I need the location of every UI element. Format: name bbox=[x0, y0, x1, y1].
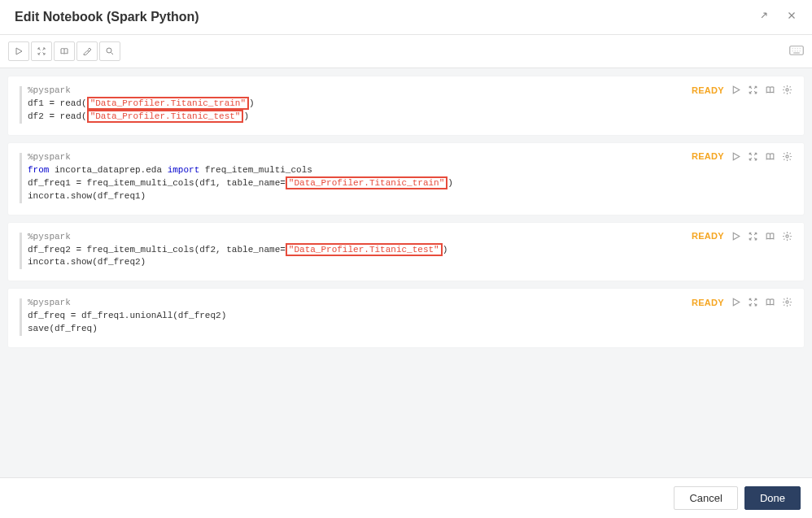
svg-rect-2 bbox=[790, 46, 804, 55]
gear-icon[interactable] bbox=[782, 231, 792, 242]
code-content[interactable]: %pyspark from incorta_dataprep.eda impor… bbox=[28, 151, 792, 203]
modal-header: Edit Notebook (Spark Python) bbox=[0, 0, 812, 35]
code-text: df2 = read( bbox=[28, 111, 87, 121]
svg-point-6 bbox=[786, 155, 788, 158]
code-text: df1 = read( bbox=[28, 98, 87, 108]
code-content[interactable]: %pyspark df_freq = df_freq1.unionAll(df_… bbox=[28, 297, 792, 336]
close-icon[interactable] bbox=[786, 10, 797, 24]
toolbar-right bbox=[789, 44, 804, 59]
code-text: ) bbox=[249, 98, 255, 108]
cell-indicator bbox=[20, 233, 22, 270]
status-ready: READY bbox=[692, 151, 724, 161]
modal-title: Edit Notebook (Spark Python) bbox=[15, 10, 199, 24]
highlighted-ref: "Data_Profiler.Titanic_train" bbox=[286, 176, 447, 189]
code-text: df_freq2 = freq_item_multi_cols(df2, tab… bbox=[28, 245, 286, 255]
cancel-button[interactable]: Cancel bbox=[674, 486, 737, 510]
highlighted-ref: "Data_Profiler.Titanic_train" bbox=[87, 97, 249, 110]
svg-marker-9 bbox=[733, 299, 740, 307]
cell-status-bar: READY bbox=[692, 151, 792, 162]
code-text: ) bbox=[243, 111, 249, 121]
header-actions bbox=[758, 10, 797, 24]
gear-icon[interactable] bbox=[782, 297, 792, 307]
cell-indicator bbox=[20, 153, 22, 203]
code-cell[interactable]: READY %pyspark df1 = read("Data_Profiler… bbox=[8, 76, 804, 135]
code-cell[interactable]: READY %pyspark df_freq2 = freq_item_mult… bbox=[8, 223, 804, 281]
svg-point-8 bbox=[786, 234, 788, 237]
book-icon[interactable] bbox=[765, 231, 775, 242]
code-content[interactable]: %pyspark df_freq2 = freq_item_multi_cols… bbox=[28, 231, 792, 270]
status-ready: READY bbox=[692, 231, 724, 241]
cell-indicator bbox=[20, 86, 22, 124]
svg-marker-3 bbox=[733, 86, 740, 94]
book-icon[interactable] bbox=[765, 297, 775, 307]
toolbar-left bbox=[8, 41, 120, 61]
expand-icon[interactable] bbox=[748, 297, 758, 307]
cell-status-bar: READY bbox=[692, 297, 792, 307]
run-button[interactable] bbox=[8, 41, 29, 61]
keyboard-icon[interactable] bbox=[789, 44, 804, 58]
status-ready: READY bbox=[692, 298, 724, 307]
modal-footer: Cancel Done bbox=[0, 477, 812, 518]
code-content[interactable]: %pyspark df1 = read("Data_Profiler.Titan… bbox=[28, 85, 792, 124]
play-icon[interactable] bbox=[731, 85, 741, 95]
svg-marker-7 bbox=[733, 233, 740, 240]
svg-point-4 bbox=[786, 89, 788, 91]
expand-icon[interactable] bbox=[748, 231, 758, 242]
search-button[interactable] bbox=[99, 41, 120, 61]
play-icon[interactable] bbox=[731, 151, 741, 162]
svg-marker-0 bbox=[16, 48, 22, 54]
highlighted-ref: "Data_Profiler.Titanic_test" bbox=[87, 110, 244, 123]
book-icon[interactable] bbox=[765, 85, 775, 95]
play-icon[interactable] bbox=[731, 297, 741, 307]
code-text: df_freq = df_freq1.unionAll(df_freq2) sa… bbox=[28, 311, 226, 333]
code-cell[interactable]: READY %pyspark df_freq = df_freq1.unionA… bbox=[8, 289, 804, 347]
book-icon[interactable] bbox=[765, 151, 775, 162]
gear-icon[interactable] bbox=[782, 85, 792, 95]
expand-icon[interactable] bbox=[748, 85, 758, 95]
code-text: incorta.show(df_freq1) bbox=[28, 191, 146, 201]
code-text: incorta_dataprep.eda bbox=[49, 165, 167, 175]
play-icon[interactable] bbox=[731, 231, 741, 242]
expand-icon[interactable] bbox=[748, 151, 758, 162]
gear-icon[interactable] bbox=[782, 151, 792, 162]
cell-status-bar: READY bbox=[692, 231, 792, 242]
code-text: ) bbox=[447, 178, 453, 188]
code-text: incorta.show(df_freq2) bbox=[28, 257, 146, 267]
book-button[interactable] bbox=[54, 41, 75, 61]
keyword-from: from bbox=[28, 165, 49, 175]
magic-directive: %pyspark bbox=[28, 85, 71, 95]
svg-marker-5 bbox=[733, 153, 740, 160]
magic-directive: %pyspark bbox=[28, 232, 71, 242]
magic-directive: %pyspark bbox=[28, 298, 71, 307]
svg-point-1 bbox=[107, 48, 111, 53]
notebook-toolbar bbox=[0, 35, 812, 68]
magic-directive: %pyspark bbox=[28, 152, 71, 162]
code-text: df_freq1 = freq_item_multi_cols(df1, tab… bbox=[28, 178, 286, 188]
notebook-content: READY %pyspark df1 = read("Data_Profiler… bbox=[0, 68, 812, 477]
code-text: freq_item_multi_cols bbox=[199, 165, 312, 175]
status-ready: READY bbox=[692, 85, 724, 95]
cell-status-bar: READY bbox=[692, 85, 792, 95]
highlighted-ref: "Data_Profiler.Titanic_test" bbox=[286, 243, 443, 256]
svg-point-10 bbox=[786, 301, 788, 303]
done-button[interactable]: Done bbox=[744, 486, 801, 510]
code-cell[interactable]: READY %pyspark from incorta_dataprep.eda… bbox=[8, 143, 804, 215]
code-text: ) bbox=[443, 245, 448, 255]
keyword-import: import bbox=[168, 165, 200, 175]
expand-cells-button[interactable] bbox=[31, 41, 52, 61]
cell-indicator bbox=[20, 298, 22, 336]
erase-button[interactable] bbox=[76, 41, 98, 61]
expand-icon[interactable] bbox=[758, 10, 770, 24]
